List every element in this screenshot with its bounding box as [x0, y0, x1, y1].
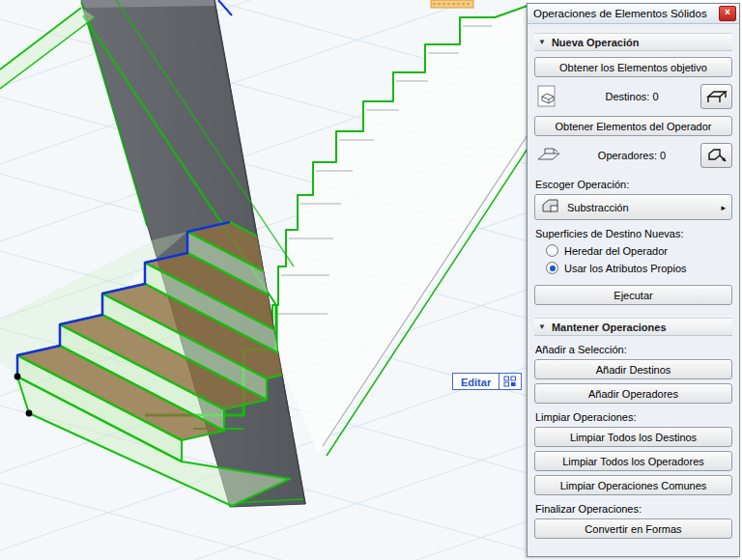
operation-dropdown[interactable]: Substracción ▸ — [534, 194, 732, 220]
radio-inherit-label: Heredar del Operador — [564, 245, 668, 257]
target-tool-icon — [706, 88, 728, 105]
execute-button[interactable]: Ejecutar — [534, 285, 732, 305]
targets-row: Destinos: 0 — [534, 81, 732, 112]
hotspot-node — [26, 410, 33, 417]
collapse-triangle-icon: ▼ — [538, 38, 546, 46]
palette-body: ▼ Nueva Operación Obtener los Elementos … — [528, 24, 739, 539]
add-operators-button[interactable]: Añadir Operadores — [534, 383, 732, 404]
operators-row: Operadores: 0 — [534, 140, 732, 171]
pick-operators-tool-button[interactable] — [700, 143, 732, 168]
operator-tool-icon — [706, 147, 728, 164]
section-title-nueva: Nueva Operación — [552, 37, 639, 48]
surfaces-label: Superficies de Destino Nuevas: — [535, 228, 732, 239]
palette-titlebar[interactable]: Operaciones de Elementos Sólidos × — [528, 4, 739, 24]
radio-icon — [546, 244, 558, 257]
section-header-mantener-operaciones[interactable]: ▼ Mantener Operaciones — [534, 318, 732, 336]
add-selection-label: Añadir a Selección: — [535, 344, 732, 355]
radio-own-label: Usar los Atributos Propios — [564, 263, 687, 274]
finalize-operations-label: Finalizar Operaciones: — [535, 503, 732, 515]
application-window: Editar Operaciones de Elementos Sólidos … — [0, 0, 742, 560]
section-header-nueva-operacion[interactable]: ▼ Nueva Operación — [534, 33, 732, 51]
choose-operation-label: Escoger Operación: — [535, 179, 732, 190]
subtraction-operation-icon — [541, 198, 560, 217]
solid-operations-palette: Operaciones de Elementos Sólidos × ▼ Nue… — [527, 3, 740, 557]
submenu-arrow-icon: ▸ — [721, 203, 726, 212]
clear-targets-button[interactable]: Limpiar Todos los Destinos — [534, 427, 732, 447]
operator-elements-icon — [534, 143, 563, 168]
editar-tooltip[interactable]: Editar — [452, 373, 522, 390]
operators-count: Operadores: 0 — [563, 150, 700, 161]
editar-label[interactable]: Editar — [452, 373, 499, 390]
get-targets-button[interactable]: Obtener los Elementos objetivo — [534, 57, 732, 77]
palette-title: Operaciones de Elementos Sólidos — [533, 8, 719, 19]
clear-operations-label: Limpiar Operaciones: — [535, 411, 732, 423]
radio-icon — [546, 262, 558, 274]
get-operators-button[interactable]: Obtener Elementos del Operador — [534, 116, 732, 136]
marquee-fragment — [431, 0, 473, 8]
collapse-triangle-icon: ▼ — [538, 322, 546, 331]
clear-operators-button[interactable]: Limpiar Todos los Operadores — [534, 451, 732, 471]
operation-value: Substracción — [567, 202, 629, 213]
close-icon[interactable]: × — [719, 6, 736, 21]
pick-targets-tool-button[interactable] — [700, 84, 732, 109]
convert-to-morph-button[interactable]: Convertir en Formas — [534, 518, 732, 539]
target-elements-icon — [534, 84, 563, 109]
add-targets-button[interactable]: Añadir Destinos — [534, 359, 732, 379]
section-title-mantener: Mantener Operaciones — [552, 322, 667, 333]
targets-count: Destinos: 0 — [563, 91, 700, 102]
clear-common-button[interactable]: Limpiar Operaciones Comunes — [534, 475, 732, 495]
hotspot-node — [14, 374, 21, 380]
radio-inherit-operator[interactable]: Heredar del Operador — [546, 242, 732, 259]
radio-own-attributes[interactable]: Usar los Atributos Propios — [546, 260, 732, 276]
viewport-3d-scene[interactable] — [0, 0, 528, 560]
pet-palette-icon[interactable] — [499, 373, 522, 390]
